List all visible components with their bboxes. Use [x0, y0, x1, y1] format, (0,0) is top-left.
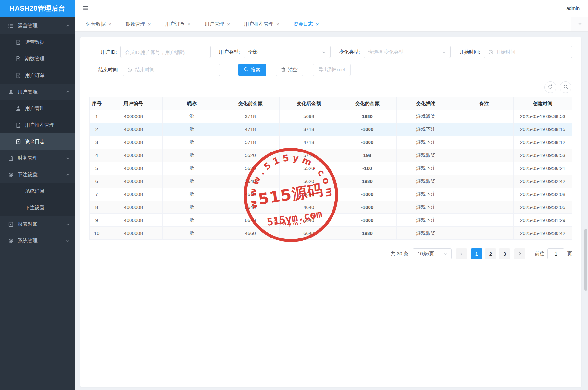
table-row-3[interactable]: 34000008源57184718-1000游戏下注2025-05-19 09:…: [90, 136, 572, 149]
cell-1-7: [455, 110, 513, 123]
cell-8-4: 4640: [280, 201, 338, 214]
close-icon[interactable]: ×: [276, 22, 279, 27]
goto-page-input[interactable]: [547, 248, 564, 259]
start-time-placeholder: 开始时间: [496, 49, 516, 55]
cell-4-3: 5520: [221, 149, 280, 162]
sidebar-item-0-1[interactable]: 期数管理: [0, 51, 75, 67]
cell-6-5: 1980: [338, 175, 396, 188]
table-row-7[interactable]: 74000008源46403640-1000游戏下注2025-05-19 09:…: [90, 188, 572, 201]
tab-0[interactable]: 运营数据×: [79, 17, 119, 31]
sidebar-group-0[interactable]: 运营管理: [0, 18, 75, 34]
user-type-label: 用户类型:: [219, 49, 240, 55]
change-type-select[interactable]: 请选择 变化类型: [364, 46, 451, 58]
close-icon[interactable]: ×: [188, 22, 191, 27]
table-row-10[interactable]: 104000008源466066401980游戏派奖2025-05-19 09:…: [90, 227, 572, 240]
cell-2-8: 2025-05-19 09:38:15: [513, 123, 572, 136]
refresh-button[interactable]: [544, 81, 556, 93]
table-header-row: 序号用户编号昵称变化前金额变化后金额变化的金额变化描述备注创建时间: [90, 97, 572, 110]
cell-4-0: 4: [90, 149, 104, 162]
total-count: 共 30 条: [391, 251, 408, 257]
cell-10-3: 4660: [221, 227, 280, 240]
filter-row-1: 用户ID: 用户类型: 全部 变化类型: 请选择 变化类型: [89, 46, 572, 58]
cell-10-1: 4000008: [104, 227, 163, 240]
start-time-input[interactable]: 开始时间: [484, 46, 572, 58]
sidebar-group-5[interactable]: 系统管理: [0, 233, 75, 249]
page-size-select[interactable]: 10条/页: [413, 248, 452, 259]
column-header-8: 创建时间: [513, 97, 572, 110]
tabbar: 运营数据×期数管理×用户订单×用户管理×用户推荐管理×资金日志×: [75, 17, 588, 32]
sidebar-item-1-2[interactable]: 资金日志: [0, 133, 75, 150]
column-header-5: 变化的金额: [338, 97, 396, 110]
hamburger-menu-icon[interactable]: [81, 5, 89, 12]
close-icon[interactable]: ×: [227, 22, 230, 27]
main-area: admin 运营数据×期数管理×用户订单×用户管理×用户推荐管理×资金日志× 用…: [75, 0, 588, 390]
trash-icon: [281, 67, 286, 73]
goto-suffix: 页: [567, 251, 572, 257]
cell-2-6: 游戏下注: [396, 123, 455, 136]
tab-2[interactable]: 用户订单×: [158, 17, 198, 31]
tab-5[interactable]: 资金日志×: [286, 17, 326, 31]
page-button-1[interactable]: 1: [471, 248, 482, 259]
table-row-2[interactable]: 24000008源47183718-1000游戏下注2025-05-19 09:…: [90, 123, 572, 136]
prev-page-button[interactable]: [456, 248, 467, 259]
cell-5-7: [455, 162, 513, 175]
tab-1[interactable]: 期数管理×: [119, 17, 158, 31]
tab-3[interactable]: 用户管理×: [197, 17, 237, 31]
sidebar-item-3-0[interactable]: 系统消息: [0, 183, 75, 200]
table-row-4[interactable]: 44000008源55205718198游戏派奖2025-05-19 09:36…: [90, 149, 572, 162]
page-button-2[interactable]: 2: [485, 248, 496, 259]
sidebar-item-1-1[interactable]: 用户推荐管理: [0, 117, 75, 133]
page-button-3[interactable]: 3: [499, 248, 510, 259]
tabs-overflow-button[interactable]: [571, 17, 588, 31]
end-time-input[interactable]: 结束时间: [123, 64, 220, 76]
column-search-button[interactable]: [560, 81, 571, 93]
sidebar-group-2[interactable]: 财务管理: [0, 150, 75, 166]
close-icon[interactable]: ×: [316, 22, 319, 27]
cell-7-3: 4640: [221, 188, 280, 201]
scrollbar-thumb[interactable]: [584, 229, 587, 291]
table-row-5[interactable]: 54000008源56205520-100游戏下注2025-05-19 09:3…: [90, 162, 572, 175]
cell-6-2: 源: [163, 175, 221, 188]
sidebar-item-0-0[interactable]: 运营数据: [0, 34, 75, 51]
cell-3-3: 5718: [221, 136, 280, 149]
cell-10-4: 6640: [280, 227, 338, 240]
cell-7-4: 3640: [280, 188, 338, 201]
clear-button[interactable]: 清空: [276, 64, 303, 76]
search-button[interactable]: 搜索: [238, 64, 266, 76]
sidebar-item-0-2[interactable]: 用户订单: [0, 67, 75, 84]
cell-3-8: 2025-05-19 09:38:12: [513, 136, 572, 149]
clock-icon: [127, 67, 132, 72]
cell-10-7: [455, 227, 513, 240]
export-excel-button[interactable]: 导出到Excel: [313, 64, 351, 76]
user-type-value: 全部: [248, 49, 258, 55]
table-row-1[interactable]: 14000008源371856981980游戏派奖2025-05-19 09:3…: [90, 110, 572, 123]
cell-3-4: 4718: [280, 136, 338, 149]
user-id-input[interactable]: [120, 46, 211, 58]
pagination: 共 30 条 10条/页 123 前往: [89, 248, 572, 259]
cell-3-7: [455, 136, 513, 149]
column-header-6: 变化描述: [396, 97, 455, 110]
cell-1-4: 5698: [280, 110, 338, 123]
column-header-4: 变化后金额: [280, 97, 338, 110]
change-type-label: 变化类型:: [339, 49, 360, 55]
tab-4[interactable]: 用户推荐管理×: [237, 17, 286, 31]
sidebar-item-3-1[interactable]: 下注设置: [0, 200, 75, 216]
filter-row-2: 结束时间: 结束时间: [89, 64, 572, 76]
doc-icon: [8, 222, 14, 227]
sidebar-group-1[interactable]: 用户管理: [0, 84, 75, 100]
sidebar: HASH28管理后台 运营管理运营数据期数管理用户订单用户管理用户管理用户推荐管…: [0, 0, 75, 390]
table-row-9[interactable]: 94000008源66405640-1000游戏下注2025-05-19 09:…: [90, 214, 572, 227]
next-page-button[interactable]: [514, 248, 525, 259]
sidebar-item-1-0[interactable]: 用户管理: [0, 100, 75, 117]
close-icon[interactable]: ×: [108, 22, 111, 27]
close-icon[interactable]: ×: [148, 22, 151, 27]
sidebar-group-4[interactable]: 报表对账: [0, 216, 75, 233]
column-header-2: 昵称: [163, 97, 221, 110]
user-name[interactable]: admin: [566, 6, 580, 11]
table-row-6[interactable]: 64000008源364056201980游戏派奖2025-05-19 09:3…: [90, 175, 572, 188]
sidebar-group-3[interactable]: 下注设置: [0, 166, 75, 183]
column-header-0: 序号: [90, 97, 104, 110]
chevron-down-icon: [578, 21, 582, 27]
user-type-select[interactable]: 全部: [244, 46, 331, 58]
table-row-8[interactable]: 84000008源56404640-1000游戏下注2025-05-19 09:…: [90, 201, 572, 214]
